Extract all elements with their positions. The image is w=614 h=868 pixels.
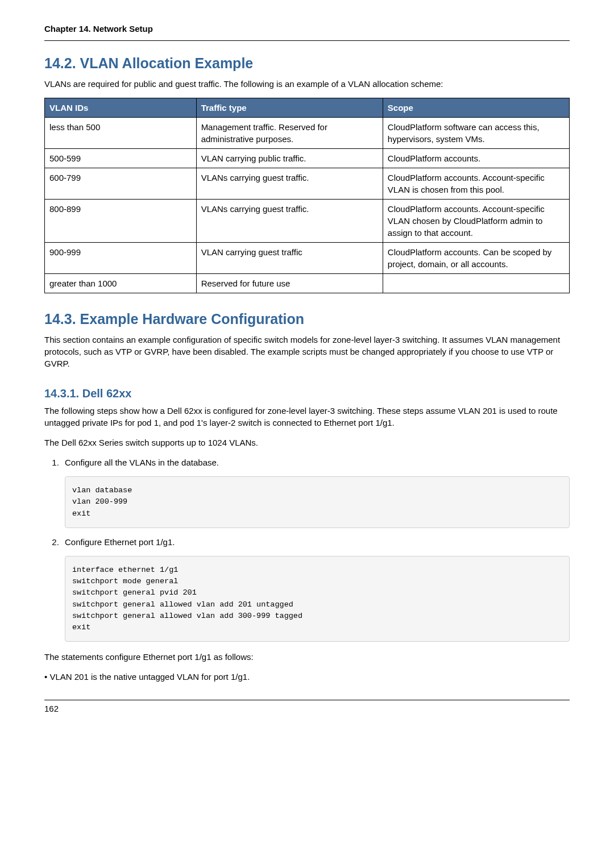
table-row: 900-999 VLAN carrying guest traffic Clou… <box>45 243 570 274</box>
bullet-1-text: VLAN 201 is the native untagged VLAN for… <box>49 672 250 682</box>
step-1-label: Configure all the VLANs in the database. <box>65 458 219 467</box>
cell-scope: CloudPlatform accounts. Account-specific… <box>383 168 569 200</box>
step-1: Configure all the VLANs in the database.… <box>61 456 570 528</box>
cell-vlan-ids: 600-799 <box>45 168 197 200</box>
table-row: 800-899 VLANs carrying guest traffic. Cl… <box>45 200 570 243</box>
section-14-3: 14.3. Example Hardware Configuration Thi… <box>44 309 570 369</box>
section-heading-14-3-1: 14.3.1. Dell 62xx <box>44 385 570 401</box>
section-14-3-intro: This section contains an example configu… <box>44 334 570 369</box>
page-footer: 162 <box>44 700 570 715</box>
section-heading-14-3: 14.3. Example Hardware Configuration <box>44 309 570 329</box>
bullet-1: VLAN 201 is the native untagged VLAN for… <box>44 671 570 683</box>
step-1-code: vlan database vlan 200-999 exit <box>65 476 570 528</box>
cell-traffic-type: VLANs carrying guest traffic. <box>196 200 383 243</box>
table-row: greater than 1000 Reserved for future us… <box>45 274 570 293</box>
cell-traffic-type: VLANs carrying guest traffic. <box>196 168 383 200</box>
cell-vlan-ids: 500-599 <box>45 149 197 168</box>
cell-scope <box>383 274 569 293</box>
cell-scope: CloudPlatform accounts. <box>383 149 569 168</box>
page-number: 162 <box>44 704 59 713</box>
cell-vlan-ids: 900-999 <box>45 243 197 274</box>
step-2: Configure Ethernet port 1/g1. interface … <box>61 536 570 642</box>
steps-list: Configure all the VLANs in the database.… <box>44 456 570 642</box>
table-row: 600-799 VLANs carrying guest traffic. Cl… <box>45 168 570 200</box>
step-2-label: Configure Ethernet port 1/g1. <box>65 537 175 547</box>
table-row: less than 500 Management traffic. Reserv… <box>45 118 570 149</box>
chapter-header-text: Chapter 14. Network Setup <box>44 24 153 34</box>
table-row: 500-599 VLAN carrying public traffic. Cl… <box>45 149 570 168</box>
cell-scope: CloudPlatform accounts. Account-specific… <box>383 200 569 243</box>
th-scope: Scope <box>383 98 569 118</box>
cell-vlan-ids: 800-899 <box>45 200 197 243</box>
cell-scope: CloudPlatform software can access this, … <box>383 118 569 149</box>
section-14-2: 14.2. VLAN Allocation Example VLANs are … <box>44 53 570 293</box>
th-traffic-type: Traffic type <box>196 98 383 118</box>
table-header-row: VLAN IDs Traffic type Scope <box>45 98 570 118</box>
vlan-allocation-table: VLAN IDs Traffic type Scope less than 50… <box>44 98 570 293</box>
step-2-code: interface ethernet 1/g1 switchport mode … <box>65 556 570 642</box>
para-14-3-1-b: The Dell 62xx Series switch supports up … <box>44 437 570 448</box>
para-14-3-1-a: The following steps show how a Dell 62xx… <box>44 405 570 429</box>
after-steps: The statements configure Ethernet port 1… <box>44 651 570 663</box>
bullet-list: VLAN 201 is the native untagged VLAN for… <box>44 671 570 683</box>
cell-vlan-ids: less than 500 <box>45 118 197 149</box>
section-14-2-intro: VLANs are required for public and guest … <box>44 78 570 90</box>
cell-traffic-type: VLAN carrying guest traffic <box>196 243 383 274</box>
cell-traffic-type: Management traffic. Reserved for adminis… <box>196 118 383 149</box>
th-vlan-ids: VLAN IDs <box>45 98 197 118</box>
section-14-3-1: 14.3.1. Dell 62xx The following steps sh… <box>44 385 570 683</box>
cell-traffic-type: Reserved for future use <box>196 274 383 293</box>
cell-scope: CloudPlatform accounts. Can be scoped by… <box>383 243 569 274</box>
chapter-header: Chapter 14. Network Setup <box>44 23 570 41</box>
cell-traffic-type: VLAN carrying public traffic. <box>196 149 383 168</box>
section-heading-14-2: 14.2. VLAN Allocation Example <box>44 53 570 73</box>
cell-vlan-ids: greater than 1000 <box>45 274 197 293</box>
